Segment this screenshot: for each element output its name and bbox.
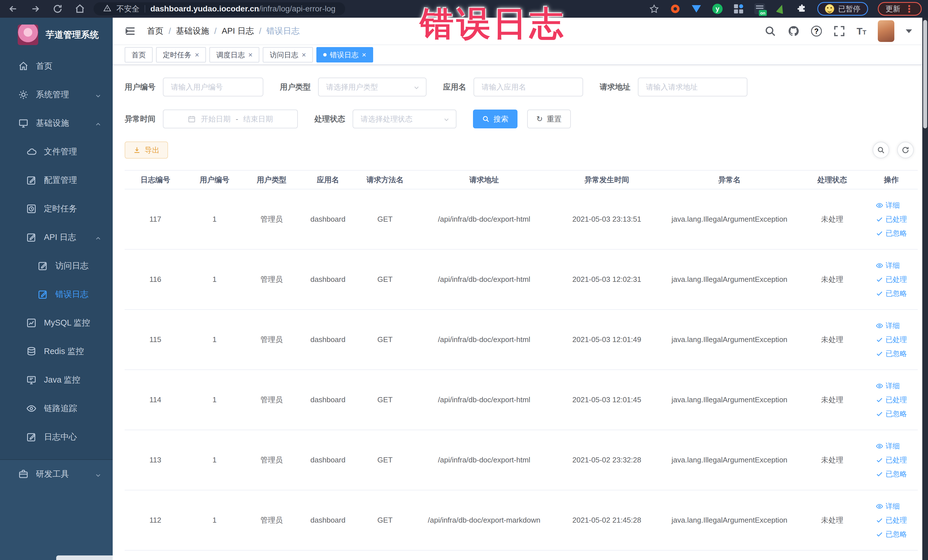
close-icon[interactable]: ×: [362, 51, 366, 58]
mark-processed-link[interactable]: 已处理: [876, 395, 907, 404]
mark-processed-link[interactable]: 已处理: [876, 335, 907, 344]
font-size-icon[interactable]: TT: [857, 26, 866, 37]
user-avatar[interactable]: [878, 20, 894, 42]
breadcrumb-separator: /: [169, 26, 171, 36]
chevron-down-icon: [414, 84, 420, 90]
cell-log-id: 117: [125, 215, 186, 224]
home-icon[interactable]: [75, 4, 85, 14]
sidebar-item-system-management[interactable]: 系统管理: [0, 81, 113, 109]
mark-ignored-link[interactable]: 已忽略: [876, 469, 907, 479]
forward-icon[interactable]: [30, 4, 41, 14]
back-icon[interactable]: [8, 4, 18, 14]
app-name-input[interactable]: [473, 78, 583, 96]
breadcrumb-item[interactable]: 首页: [147, 25, 163, 37]
browser-update-badge[interactable]: 更新 ⋮: [878, 2, 922, 16]
screen: 不安全 dashboard.yudao.iocoder.cn/infra/log…: [0, 0, 928, 560]
eye-icon: [876, 503, 883, 510]
tab-error-log[interactable]: 错误日志 ×: [316, 47, 373, 63]
page-scrollbar[interactable]: [922, 18, 928, 560]
search-icon[interactable]: [764, 25, 776, 37]
tab-schedule-log[interactable]: 调度日志 ×: [209, 47, 259, 63]
sidebar-item-trace[interactable]: 链路追踪: [0, 394, 113, 423]
table-row: 113 1 管理员 dashboard GET /api/infra/db-do…: [125, 430, 918, 490]
grid-extension-icon[interactable]: [733, 3, 744, 15]
detail-link[interactable]: 详细: [876, 321, 900, 330]
chevron-up-icon: [95, 120, 101, 127]
sidebar-item-home[interactable]: 首页: [0, 52, 113, 81]
detail-link[interactable]: 详细: [876, 381, 900, 391]
date-range-picker[interactable]: 开始日期 - 结束日期: [163, 110, 298, 128]
on-switch-extension-icon[interactable]: [754, 3, 765, 15]
mark-ignored-link[interactable]: 已忽略: [876, 349, 907, 358]
process-status-select[interactable]: 请选择处理状态: [353, 110, 456, 128]
cell-exception-time: 2021-05-02 21:45:28: [554, 516, 659, 525]
tab-scheduled-tasks[interactable]: 定时任务 ×: [156, 47, 206, 63]
sidebar-scrollbar[interactable]: [56, 555, 113, 560]
mark-ignored-link[interactable]: 已忽略: [876, 229, 907, 238]
leaf-extension-icon[interactable]: [775, 3, 786, 15]
close-icon[interactable]: ×: [195, 51, 199, 58]
mark-processed-link[interactable]: 已处理: [876, 455, 907, 465]
user-id-input[interactable]: [163, 78, 263, 96]
sidebar-item-api-log[interactable]: API 日志: [0, 223, 113, 252]
mark-processed-link[interactable]: 已处理: [876, 215, 907, 224]
export-button[interactable]: 导出: [125, 142, 168, 159]
profile-paused-badge[interactable]: 已暂停: [817, 2, 868, 16]
puzzle-extensions-icon[interactable]: [796, 3, 807, 15]
detail-link[interactable]: 详细: [876, 502, 900, 511]
tab-access-log[interactable]: 访问日志 ×: [263, 47, 313, 63]
browser-menu-icon[interactable]: ⋮: [904, 6, 914, 11]
detail-link[interactable]: 详细: [876, 201, 900, 210]
orange-ring-extension-icon[interactable]: [670, 3, 681, 15]
omnibox-divider: [145, 5, 145, 12]
sidebar-item-access-log[interactable]: 访问日志: [0, 252, 113, 280]
close-icon[interactable]: ×: [302, 51, 306, 58]
address-bar[interactable]: 不安全 dashboard.yudao.iocoder.cn/infra/log…: [93, 2, 345, 15]
sidebar-item-java-monitor[interactable]: Java 监控: [0, 366, 113, 394]
cell-app-name: dashboard: [300, 395, 356, 404]
detail-link[interactable]: 详细: [876, 261, 900, 270]
toggle-search-button[interactable]: [873, 142, 889, 158]
chevron-up-icon: [95, 234, 101, 241]
hamburger-icon[interactable]: [124, 25, 137, 37]
sidebar-item-config-management[interactable]: 配置管理: [0, 166, 113, 195]
tab-home[interactable]: 首页: [125, 47, 153, 63]
breadcrumb-item[interactable]: 基础设施: [176, 25, 209, 37]
mark-ignored-link[interactable]: 已忽略: [876, 529, 907, 539]
mark-ignored-link[interactable]: 已忽略: [876, 409, 907, 418]
green-y-extension-icon[interactable]: y: [712, 3, 723, 15]
github-icon[interactable]: [788, 25, 800, 37]
app-logo-row[interactable]: 芋道管理系统: [0, 18, 113, 52]
sidebar-item-error-log[interactable]: 错误日志: [0, 280, 113, 309]
blue-extension-icon[interactable]: [691, 3, 702, 15]
refresh-table-button[interactable]: [897, 142, 914, 158]
sidebar-item-mysql-monitor[interactable]: MySQL 监控: [0, 309, 113, 337]
sidebar-item-scheduled-tasks[interactable]: 定时任务: [0, 195, 113, 223]
reset-button[interactable]: ↻ 重置: [527, 110, 571, 128]
sidebar-item-redis-monitor[interactable]: Redis 监控: [0, 337, 113, 366]
help-icon[interactable]: ?: [811, 26, 822, 37]
sidebar-item-file-management[interactable]: 文件管理: [0, 137, 113, 166]
request-url-input[interactable]: [638, 78, 748, 96]
sidebar-item-dev-tools[interactable]: 研发工具: [0, 460, 113, 488]
fullscreen-icon[interactable]: [833, 25, 845, 37]
user-type-select[interactable]: 请选择用户类型: [318, 78, 426, 96]
detail-link[interactable]: 详细: [876, 441, 900, 451]
mark-processed-link[interactable]: 已处理: [876, 275, 907, 284]
search-button[interactable]: 搜索: [473, 110, 517, 128]
mark-ignored-link[interactable]: 已忽略: [876, 289, 907, 298]
cell-request-url: /api/infra/db-doc/export-markdown: [414, 516, 554, 525]
reload-icon[interactable]: [52, 4, 63, 14]
sidebar-item-log-center[interactable]: 日志中心: [0, 423, 113, 451]
sidebar: 芋道管理系统 首页 系统管理 基础设施 文件管理: [0, 18, 113, 560]
cloud-icon: [26, 146, 37, 157]
breadcrumb-item[interactable]: API 日志: [222, 25, 254, 37]
sidebar-item-infrastructure[interactable]: 基础设施: [0, 109, 113, 137]
mark-processed-link[interactable]: 已处理: [876, 516, 907, 525]
avatar-caret-icon[interactable]: [906, 29, 912, 33]
scrollbar-thumb[interactable]: [923, 20, 927, 128]
bookmark-star-icon[interactable]: [649, 3, 660, 15]
close-icon[interactable]: ×: [248, 51, 252, 58]
cell-actions: 详细 已处理 已忽略: [865, 201, 918, 238]
cell-user-type: 管理员: [243, 275, 300, 284]
